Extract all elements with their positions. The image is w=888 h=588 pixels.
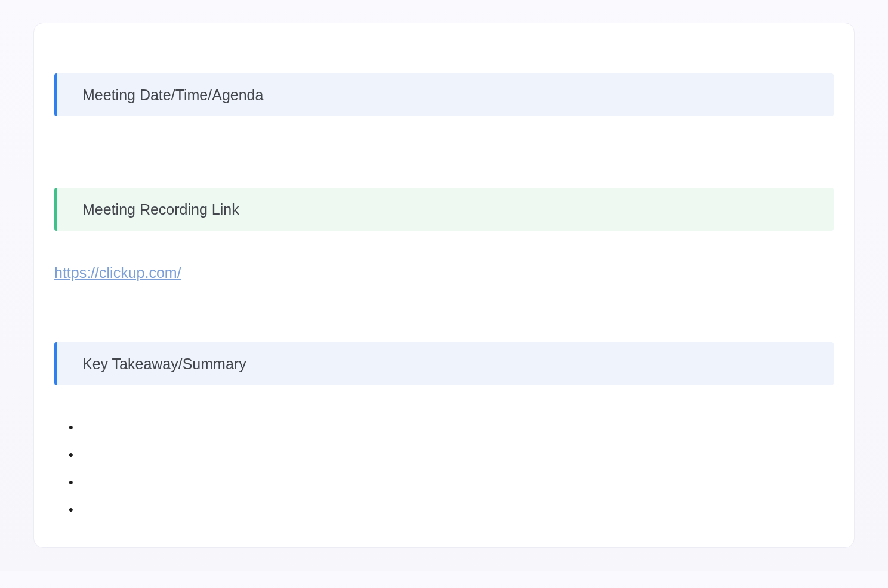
list-item[interactable] [71,441,834,469]
callout-title: Meeting Recording Link [57,188,239,231]
callout-title: Meeting Date/Time/Agenda [57,73,263,116]
recording-link[interactable]: https://clickup.com/ [54,264,181,281]
callout-summary: Key Takeaway/Summary [54,342,834,385]
spacer [54,231,834,264]
recording-link-block: https://clickup.com/ [54,264,834,281]
spacer [54,116,834,188]
summary-bullet-list [54,414,834,524]
list-item[interactable] [71,414,834,441]
spacer [54,281,834,342]
document-card: Meeting Date/Time/Agenda Meeting Recordi… [33,23,855,548]
list-item[interactable] [71,469,834,496]
list-item[interactable] [71,496,834,524]
callout-title: Key Takeaway/Summary [57,342,246,385]
spacer [54,385,834,414]
callout-meeting-info: Meeting Date/Time/Agenda [54,73,834,116]
callout-recording-link: Meeting Recording Link [54,188,834,231]
